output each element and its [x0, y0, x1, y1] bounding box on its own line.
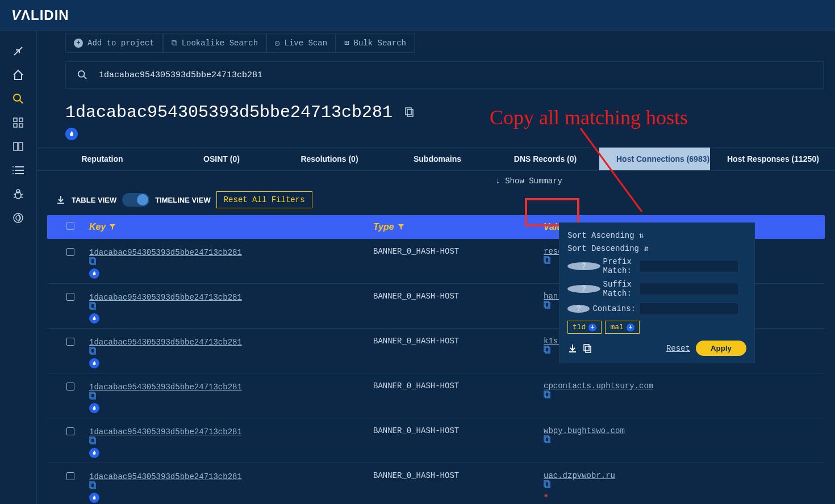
topbar: VΛLIDIN	[0, 0, 835, 31]
svg-point-11	[12, 166, 14, 167]
row-value-link[interactable]: cpcontacts.uphtsury.com	[544, 381, 653, 390]
add-chip-icon: +	[627, 324, 634, 331]
timeline-view-label: TIMELINE VIEW	[155, 196, 211, 204]
filter-chip-mal[interactable]: mal+	[605, 321, 639, 334]
help-icon[interactable]: ?	[567, 285, 600, 293]
row-key-link[interactable]: 1dacabac954305393d5bbe24713cb281	[89, 248, 242, 257]
tab-subdomains[interactable]: Subdomains	[383, 148, 491, 170]
threat-badge-icon	[89, 268, 99, 279]
suffix-match-input[interactable]	[639, 283, 738, 295]
malicious-icon: ✷	[544, 490, 620, 500]
list-icon[interactable]	[12, 164, 24, 177]
scan-icon: ◎	[275, 38, 279, 48]
threat-badge	[65, 128, 78, 140]
row-type: BANNER_0_HASH-HOST	[373, 247, 544, 256]
sort-descending[interactable]: Sort Descending ⇵	[567, 242, 746, 255]
search-icon[interactable]	[12, 93, 24, 105]
row-type: BANNER_0_HASH-HOST	[373, 471, 544, 480]
view-toggle[interactable]	[122, 193, 149, 207]
row-checkbox[interactable]	[66, 472, 74, 480]
filter-chip-tld[interactable]: tld+	[567, 321, 602, 334]
show-summary-toggle[interactable]: ↓ Show Summary	[495, 177, 562, 186]
row-key-link[interactable]: 1dacabac954305393d5bbe24713cb281	[89, 472, 242, 481]
threat-badge-icon	[89, 403, 99, 413]
tabs: Reputation OSINT (0) Resolutions (0) Sub…	[37, 147, 835, 171]
filter-icon	[398, 224, 404, 230]
copy-icon[interactable]	[89, 257, 373, 265]
copy-icon[interactable]	[89, 302, 373, 310]
tab-reputation[interactable]: Reputation	[37, 148, 168, 170]
add-to-project-label: Add to project	[87, 39, 155, 48]
row-type: BANNER_0_HASH-HOST	[373, 426, 544, 435]
svg-line-17	[21, 194, 23, 195]
download-all-icon[interactable]	[56, 195, 66, 205]
table-row: 1dacabac954305393d5bbe24713cb281 BANNER_…	[47, 373, 825, 418]
prefix-match-input[interactable]	[639, 260, 738, 272]
arrow-down-icon: ↓	[495, 177, 500, 186]
copy-icon[interactable]	[89, 481, 373, 489]
panels-icon[interactable]	[12, 140, 24, 153]
copy-icon[interactable]	[544, 435, 629, 443]
tab-osint[interactable]: OSINT (0)	[168, 148, 275, 170]
row-checkbox[interactable]	[66, 293, 74, 301]
row-value-link[interactable]: uac.dzpvwobr.ru	[544, 471, 615, 480]
copy-icon[interactable]	[544, 390, 658, 398]
copy-filtered-icon[interactable]	[583, 344, 592, 353]
select-all-checkbox[interactable]	[66, 222, 74, 230]
column-type[interactable]: Type	[373, 222, 544, 232]
tab-host-responses[interactable]: Host Responses (11250)	[710, 148, 821, 170]
svg-rect-6	[14, 142, 18, 150]
svg-point-12	[12, 170, 14, 171]
copy-icon[interactable]	[89, 392, 373, 400]
bug-icon[interactable]	[12, 188, 24, 200]
column-key[interactable]: Key	[89, 222, 373, 232]
svg-point-22	[78, 71, 85, 77]
filter-apply-button[interactable]: Apply	[696, 341, 746, 356]
row-key-link[interactable]: 1dacabac954305393d5bbe24713cb281	[89, 338, 242, 347]
live-scan-button[interactable]: ◎ Live Scan	[266, 33, 336, 53]
tab-dns-records[interactable]: DNS Records (0)	[491, 148, 599, 170]
copy-icon[interactable]	[89, 436, 373, 444]
bulk-search-label: Bulk Search	[354, 39, 406, 48]
annotation-text: Copy all matching hosts	[490, 106, 688, 129]
row-checkbox[interactable]	[66, 338, 74, 346]
search-icon	[77, 70, 87, 80]
svg-rect-2	[14, 118, 17, 121]
contains-input[interactable]	[639, 303, 738, 315]
help-icon[interactable]: ?	[567, 305, 590, 313]
copy-title-icon[interactable]	[405, 107, 415, 117]
threat-badge-icon	[89, 493, 99, 503]
row-checkbox[interactable]	[66, 427, 74, 435]
table-row: 1dacabac954305393d5bbe24713cb281 BANNER_…	[47, 463, 825, 504]
expand-icon[interactable]	[12, 45, 24, 57]
home-icon[interactable]	[12, 69, 24, 81]
sort-desc-icon: ⇵	[644, 244, 648, 253]
sort-ascending[interactable]: Sort Ascending ⇅	[567, 229, 746, 242]
tab-host-connections[interactable]: Host Connections (6983)	[599, 148, 710, 170]
threat-badge-icon	[89, 358, 99, 368]
copy-icon[interactable]	[89, 347, 373, 355]
filter-reset-link[interactable]: Reset	[666, 344, 690, 353]
searchbar[interactable]: 1dacabac954305393d5bbe24713cb281	[65, 61, 824, 89]
row-key-link[interactable]: 1dacabac954305393d5bbe24713cb281	[89, 293, 242, 302]
grid-icon[interactable]	[12, 116, 24, 129]
download-filtered-icon[interactable]	[567, 343, 578, 354]
svg-line-16	[14, 194, 15, 195]
svg-rect-25	[406, 108, 411, 115]
svg-line-19	[21, 197, 23, 198]
row-key-link[interactable]: 1dacabac954305393d5bbe24713cb281	[89, 427, 242, 436]
row-checkbox[interactable]	[66, 383, 74, 390]
table-view-label: TABLE VIEW	[72, 196, 116, 204]
page-title: 1dacabac954305393d5bbe24713cb281	[65, 103, 393, 122]
row-key-link[interactable]: 1dacabac954305393d5bbe24713cb281	[89, 383, 242, 392]
lookalike-search-button[interactable]: ⧉ Lookalike Search	[163, 33, 266, 53]
row-value-link[interactable]: wbpy.bughtswo.com	[544, 426, 625, 435]
tab-resolutions[interactable]: Resolutions (0)	[275, 148, 383, 170]
row-checkbox[interactable]	[66, 248, 74, 256]
bulk-search-button[interactable]: ⊞ Bulk Search	[336, 33, 415, 53]
add-to-project-button[interactable]: + Add to project	[65, 33, 163, 53]
copy-icon[interactable]	[544, 480, 620, 488]
reset-all-filters-button[interactable]: Reset All Filters	[216, 191, 312, 208]
target-icon[interactable]	[12, 212, 24, 224]
help-icon[interactable]: ?	[567, 262, 600, 270]
